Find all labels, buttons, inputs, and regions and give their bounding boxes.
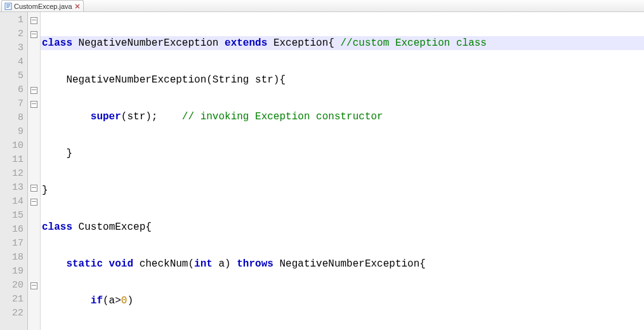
- line-number: 14: [0, 195, 27, 209]
- fold-cell: [28, 111, 40, 125]
- line-number: 4: [0, 55, 27, 69]
- tab-filename: CustomExcep.java: [14, 3, 72, 10]
- fold-cell: [28, 209, 40, 223]
- line-number: 7: [0, 97, 27, 111]
- line-number: 22: [0, 307, 27, 320]
- code-line: class NegativeNumberException extends Ex…: [41, 36, 644, 50]
- fold-column: [28, 12, 41, 330]
- line-number: 2: [0, 27, 27, 41]
- fold-toggle-icon[interactable]: [30, 101, 37, 108]
- fold-cell: [28, 167, 40, 181]
- file-tab[interactable]: CustomExcep.java: [1, 0, 84, 11]
- fold-cell: [28, 55, 40, 69]
- fold-cell: [28, 139, 40, 153]
- fold-cell: [28, 223, 40, 237]
- fold-cell: [28, 83, 40, 97]
- fold-cell: [28, 279, 40, 293]
- line-number: 11: [0, 153, 27, 167]
- fold-cell: [28, 97, 40, 111]
- code-line: static void checkNum(int a) throws Negat…: [41, 257, 644, 271]
- svg-rect-3: [6, 7, 9, 8]
- code-line: }: [41, 183, 644, 197]
- fold-cell: [28, 153, 40, 167]
- line-number: 5: [0, 69, 27, 83]
- line-number: 12: [0, 167, 27, 181]
- fold-toggle-icon[interactable]: [30, 199, 37, 206]
- code-line: NegativeNumberException(String str){: [41, 73, 644, 87]
- fold-cell: [28, 265, 40, 279]
- fold-cell: [28, 69, 40, 83]
- fold-cell: [28, 195, 40, 209]
- line-number: 16: [0, 223, 27, 237]
- code-editor[interactable]: 12345678910111213141516171819202122 clas…: [0, 12, 644, 330]
- fold-cell: [28, 251, 40, 265]
- line-number: 15: [0, 209, 27, 223]
- fold-toggle-icon[interactable]: [30, 185, 37, 192]
- line-number: 3: [0, 41, 27, 55]
- code-line: }: [41, 147, 644, 161]
- line-number: 1: [0, 13, 27, 27]
- fold-toggle-icon[interactable]: [30, 282, 37, 289]
- code-line: super(str); // invoking Exception constr…: [41, 110, 644, 124]
- line-number: 6: [0, 83, 27, 97]
- line-number-gutter: 12345678910111213141516171819202122: [0, 12, 28, 330]
- code-line: if(a>0): [41, 294, 644, 308]
- line-number: 19: [0, 265, 27, 279]
- line-number: 9: [0, 125, 27, 139]
- svg-rect-2: [6, 6, 10, 6]
- close-icon[interactable]: [74, 3, 81, 10]
- fold-toggle-icon[interactable]: [30, 87, 37, 94]
- fold-toggle-icon[interactable]: [30, 17, 37, 24]
- line-number: 17: [0, 237, 27, 251]
- fold-cell: [28, 41, 40, 55]
- fold-cell: [28, 27, 40, 41]
- line-number: 21: [0, 293, 27, 307]
- fold-cell: [28, 13, 40, 27]
- line-number: 20: [0, 279, 27, 293]
- tab-bar: CustomExcep.java: [0, 0, 644, 12]
- svg-rect-1: [6, 4, 10, 5]
- code-area[interactable]: class NegativeNumberException extends Ex…: [41, 12, 644, 330]
- line-number: 10: [0, 139, 27, 153]
- code-line: class CustomExcep{: [41, 220, 644, 234]
- fold-cell: [28, 181, 40, 195]
- fold-cell: [28, 307, 40, 320]
- line-number: 18: [0, 251, 27, 265]
- java-file-icon: [4, 3, 12, 10]
- line-number: 13: [0, 181, 27, 195]
- line-number: 8: [0, 111, 27, 125]
- fold-cell: [28, 293, 40, 307]
- fold-toggle-icon[interactable]: [30, 31, 37, 38]
- fold-cell: [28, 237, 40, 251]
- fold-cell: [28, 125, 40, 139]
